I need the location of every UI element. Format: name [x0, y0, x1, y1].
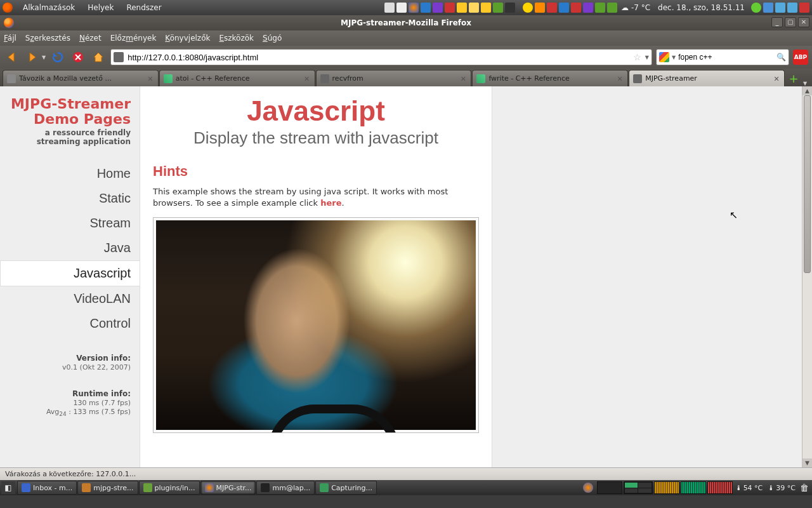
search-icon[interactable]: 🔍 [776, 53, 786, 62]
tray-icon[interactable] [607, 3, 617, 13]
nav-home[interactable]: Home [0, 161, 131, 186]
trash-icon[interactable]: 🗑 [798, 483, 811, 493]
shutdown-icon[interactable] [799, 3, 809, 13]
tray-icon[interactable] [751, 3, 761, 13]
stop-button[interactable] [70, 49, 86, 65]
net-monitor-applet[interactable] [681, 481, 706, 494]
maximize-button[interactable]: ▢ [785, 17, 796, 27]
taskbar-item[interactable]: plugins/in... [139, 481, 200, 495]
places-menu[interactable]: Helyek [81, 3, 120, 12]
tray-icon[interactable] [384, 3, 395, 13]
tab-close-icon[interactable]: ✕ [147, 75, 154, 83]
minimize-button[interactable]: _ [771, 17, 783, 27]
system-menu[interactable]: Rendszer [120, 3, 167, 12]
tray-icon[interactable] [787, 3, 797, 13]
tab-active[interactable]: MJPG-streamer✕ [629, 70, 785, 86]
scroll-down-icon[interactable]: ▼ [802, 458, 812, 467]
menu-help[interactable]: Súgó [263, 34, 282, 43]
tab-overflow-icon[interactable]: ▼ [801, 81, 809, 86]
temp-applet[interactable]: 🌡54 °C [735, 484, 763, 492]
bookmark-star-icon[interactable]: ☆ [633, 52, 641, 62]
workspace-switcher[interactable] [597, 481, 622, 494]
search-input[interactable] [678, 53, 774, 62]
tab[interactable]: recvfrom✕ [316, 70, 472, 86]
tray-icon[interactable] [775, 3, 785, 13]
nav-control[interactable]: Control [0, 311, 131, 336]
search-bar[interactable]: ▼ 🔍 [656, 49, 789, 65]
version-info-header: Version info: [0, 354, 131, 363]
applications-menu[interactable]: Alkalmazások [16, 3, 81, 12]
home-button[interactable] [90, 49, 107, 65]
show-desktop-button[interactable]: ◧ [1, 481, 15, 494]
tray-icon[interactable] [547, 3, 557, 13]
forward-button[interactable] [24, 49, 41, 65]
temp-applet[interactable]: 🌡39 °C [768, 484, 796, 492]
here-link[interactable]: here [320, 198, 341, 208]
tab[interactable]: atoi - C++ Reference✕ [159, 70, 315, 86]
google-icon[interactable] [659, 52, 669, 62]
tray-icon[interactable] [535, 3, 545, 13]
tray-icon[interactable] [445, 3, 455, 13]
url-bar[interactable]: ☆ ▼ [110, 49, 652, 65]
task-label: mm@lap... [272, 484, 310, 492]
menu-bookmarks[interactable]: Könyvjelzők [165, 34, 210, 43]
tab[interactable]: Távozik a Mozilla vezető ...✕ [3, 70, 159, 86]
menu-edit[interactable]: Szerkesztés [25, 34, 70, 43]
cpu-monitor-applet[interactable] [654, 481, 679, 494]
vertical-scrollbar[interactable]: ▲ ▼ [802, 86, 812, 467]
tray-icon[interactable] [583, 3, 593, 13]
page-viewport: MJPG-StreamerDemo Pages a ressource frie… [0, 86, 812, 467]
tray-icon[interactable] [481, 3, 491, 13]
taskbar-item[interactable]: Capturing... [315, 481, 377, 495]
history-dropdown-icon[interactable]: ▼ [42, 55, 46, 60]
tray-icon[interactable] [469, 3, 479, 13]
tray-icon[interactable] [493, 3, 503, 13]
nav-videolan[interactable]: VideoLAN [0, 286, 131, 311]
nav-stream[interactable]: Stream [0, 211, 131, 236]
url-dropdown-icon[interactable]: ▼ [645, 55, 649, 60]
menu-view[interactable]: Nézet [79, 34, 102, 43]
tray-icon[interactable] [763, 3, 773, 13]
tab-close-icon[interactable]: ✕ [773, 75, 780, 83]
weather-applet[interactable]: ☁ -7 °C [621, 3, 650, 12]
tab-close-icon[interactable]: ✕ [303, 75, 311, 83]
tray-icon[interactable] [457, 3, 467, 13]
tray-icon[interactable] [595, 3, 605, 13]
scroll-up-icon[interactable]: ▲ [802, 86, 812, 95]
tray-icon[interactable] [433, 3, 443, 13]
menu-file[interactable]: Fájl [4, 34, 16, 43]
ubuntu-logo-icon[interactable] [3, 3, 13, 13]
url-input[interactable] [128, 53, 629, 62]
close-button[interactable]: ✕ [798, 17, 809, 27]
firefox-tray-icon[interactable] [409, 3, 419, 13]
window-titlebar[interactable]: MJPG-streamer-Mozilla Firefox _ ▢ ✕ [0, 15, 812, 30]
back-button[interactable] [4, 49, 20, 65]
tray-icon[interactable] [396, 3, 407, 13]
tray-icon[interactable] [571, 3, 581, 13]
new-tab-button[interactable]: + [787, 72, 801, 86]
firefox-panel-icon[interactable] [583, 483, 593, 493]
tab-close-icon[interactable]: ✕ [616, 75, 624, 83]
taskbar-item[interactable]: mm@lap... [256, 481, 315, 495]
tray-icon[interactable] [523, 3, 533, 13]
sidebar-nav: Home Static Stream Java Javascript Video… [0, 161, 131, 336]
tray-icon[interactable] [559, 3, 569, 13]
mem-monitor-applet[interactable] [707, 481, 733, 494]
nav-javascript[interactable]: Javascript [0, 260, 140, 286]
clock-applet[interactable]: dec. 18., szo, 18.51.11 [658, 3, 745, 12]
adblock-icon[interactable]: ABP [793, 50, 808, 65]
nav-static[interactable]: Static [0, 186, 131, 211]
scrollbar-thumb[interactable] [804, 95, 811, 273]
reload-button[interactable] [49, 49, 66, 65]
menu-history[interactable]: Előzmények [110, 34, 157, 43]
nav-java[interactable]: Java [0, 236, 131, 260]
taskbar-item[interactable]: Inbox - m... [17, 481, 77, 495]
menu-tools[interactable]: Eszközök [219, 34, 254, 43]
taskbar-item[interactable]: mjpg-stre... [77, 481, 138, 495]
tab-close-icon[interactable]: ✕ [459, 75, 467, 83]
tab[interactable]: fwrite - C++ Reference✕ [472, 70, 628, 86]
search-engine-dropdown-icon[interactable]: ▼ [672, 55, 676, 60]
tray-icon[interactable] [505, 3, 515, 13]
taskbar-item-active[interactable]: MJPG-str... [200, 481, 256, 495]
tray-icon[interactable] [421, 3, 431, 13]
